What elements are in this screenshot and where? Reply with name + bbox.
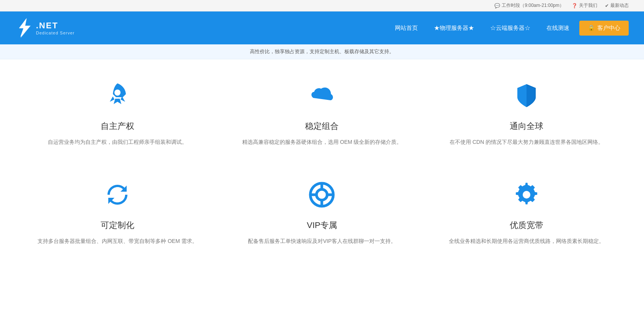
check-icon: ✔ <box>605 3 609 8</box>
feature-cloud: 稳定组合 精选高兼容稳定的服务器硬体组合，选用 OEM 级全新的存储介质。 <box>227 75 416 151</box>
nav-cloud[interactable]: ☆云端服务器☆ <box>484 21 536 35</box>
about-us-link[interactable]: ❓ 关于我们 <box>572 2 597 9</box>
feature-desc-lifebuoy: 配备售后服务工单快速响应及对VIP客人在线群聊一对一支持。 <box>248 236 396 246</box>
chat-icon: 💬 <box>494 3 500 8</box>
cloud-icon <box>305 78 339 113</box>
feature-desc-refresh: 支持多台服务器批量组合、内网互联、带宽自制等多种 OEM 需求。 <box>37 236 197 246</box>
feature-desc-gear: 全线业务精选和长期使用各运营商优质线路，网络质素长期稳定。 <box>449 236 604 246</box>
feature-title-rocket: 自主产权 <box>101 121 134 132</box>
customer-center-button[interactable]: 🔒 客户中心 <box>579 21 629 36</box>
rocket-icon <box>100 78 135 113</box>
shield-icon <box>509 78 544 113</box>
refresh-icon <box>100 178 135 212</box>
latest-news-link[interactable]: ✔ 最新动态 <box>605 2 629 9</box>
feature-desc-cloud: 精选高兼容稳定的服务器硬体组合，选用 OEM 级全新的存储介质。 <box>242 137 402 147</box>
features-section: 自主产权 自运营业务均为自主产权，由我们工程师亲手组装和调试。 稳定组合 精选高… <box>0 59 644 273</box>
feature-shield: 通向全球 在不使用 CDN 的情况下尽最大努力兼顾直连世界各国地区网络。 <box>432 75 621 151</box>
feature-refresh: 可定制化 支持多台服务器批量组合、内网互联、带宽自制等多种 OEM 需求。 <box>23 174 212 250</box>
nav-home[interactable]: 网站首页 <box>389 21 424 35</box>
feature-rocket: 自主产权 自运营业务均为自主产权，由我们工程师亲手组装和调试。 <box>23 75 212 151</box>
feature-lifebuoy: VIP专属 配备售后服务工单快速响应及对VIP客人在线群聊一对一支持。 <box>227 174 416 250</box>
feature-desc-rocket: 自运营业务均为自主产权，由我们工程师亲手组装和调试。 <box>48 137 187 147</box>
lifebuoy-icon <box>305 178 339 212</box>
banner-text: 高性价比，独享独占资源，支持定制主机、板载存储及其它支持。 <box>0 44 644 59</box>
top-bar: 💬 工作时段（9:00am-21:00pm） ❓ 关于我们 ✔ 最新动态 <box>0 0 644 11</box>
feature-title-refresh: 可定制化 <box>101 220 134 231</box>
lock-icon: 🔒 <box>588 24 595 31</box>
feature-title-lifebuoy: VIP专属 <box>307 220 337 231</box>
feature-desc-shield: 在不使用 CDN 的情况下尽最大努力兼顾直连世界各国地区网络。 <box>450 137 603 147</box>
question-icon: ❓ <box>572 3 577 8</box>
main-nav: 网站首页 ★物理服务器★ ☆云端服务器☆ 在线测速 🔒 客户中心 <box>389 21 629 36</box>
svg-point-4 <box>316 189 327 200</box>
work-hours: 💬 工作时段（9:00am-21:00pm） <box>494 2 564 9</box>
feature-gear: 优质宽带 全线业务精选和长期使用各运营商优质线路，网络质素长期稳定。 <box>432 174 621 250</box>
gear-icon <box>509 178 544 212</box>
features-grid: 自主产权 自运营业务均为自主产权，由我们工程师亲手组装和调试。 稳定组合 精选高… <box>23 75 621 250</box>
svg-point-9 <box>523 191 530 199</box>
feature-title-shield: 通向全球 <box>510 121 543 132</box>
feature-title-gear: 优质宽带 <box>510 220 543 231</box>
logo-icon <box>15 17 34 39</box>
logo-net-text: .NET <box>36 21 75 31</box>
svg-point-2 <box>114 90 121 96</box>
feature-title-cloud: 稳定组合 <box>305 121 339 132</box>
logo[interactable]: .NET Dedicated Server <box>15 17 75 39</box>
nav-physical[interactable]: ★物理服务器★ <box>428 21 480 35</box>
nav-speed[interactable]: 在线测速 <box>540 21 576 35</box>
logo-text: .NET Dedicated Server <box>36 21 75 35</box>
logo-sub-text: Dedicated Server <box>36 31 75 35</box>
svg-marker-1 <box>19 19 30 37</box>
header: .NET Dedicated Server 网站首页 ★物理服务器★ ☆云端服务… <box>0 11 644 44</box>
